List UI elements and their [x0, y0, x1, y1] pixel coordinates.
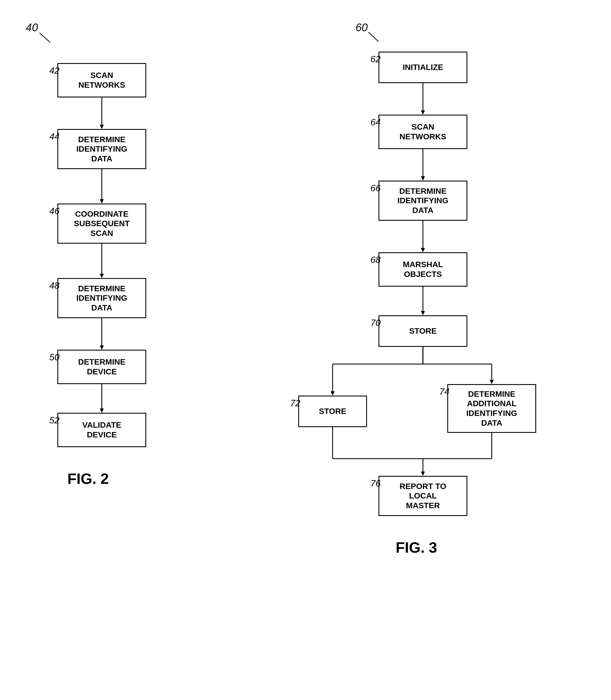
svg-marker-21 — [331, 391, 334, 396]
node-66-label: DETERMINE IDENTIFYING DATA — [398, 186, 448, 215]
node-64-label: SCAN NETWORKS — [399, 122, 446, 141]
node-46-label: COORDINATE SUBSEQUENT SCAN — [74, 209, 130, 238]
fig3-caption: FIG. 3 — [396, 539, 437, 556]
node-52: VALIDATE DEVICE — [57, 413, 146, 447]
node-44-label: DETERMINE IDENTIFYING DATA — [76, 135, 127, 164]
diagram-60-label: 60 — [356, 21, 368, 34]
diagram-40-label: 40 — [26, 21, 38, 34]
node-76-label: REPORT TO LOCAL MASTER — [400, 482, 446, 511]
node-68-label: MARSHAL OBJECTS — [403, 260, 443, 279]
node-74-num: 74 — [439, 386, 450, 397]
node-50-label: DETERMINE DEVICE — [78, 357, 125, 376]
node-48-label: DETERMINE IDENTIFYING DATA — [76, 284, 127, 313]
svg-line-32 — [40, 33, 50, 42]
node-76: REPORT TO LOCAL MASTER — [378, 476, 467, 516]
svg-marker-1 — [100, 125, 104, 129]
svg-marker-13 — [421, 176, 425, 181]
node-66-num: 66 — [370, 183, 381, 194]
node-42-label: SCAN NETWORKS — [78, 71, 125, 90]
node-48: DETERMINE IDENTIFYING DATA — [57, 278, 146, 318]
node-50: DETERMINE DEVICE — [57, 350, 146, 384]
node-70: STORE — [378, 315, 467, 347]
node-76-num: 76 — [370, 478, 381, 489]
svg-marker-7 — [100, 346, 104, 350]
svg-marker-25 — [490, 380, 494, 384]
node-70-label: STORE — [409, 326, 437, 336]
svg-marker-3 — [100, 199, 104, 203]
node-62-label: INITIALIZE — [403, 62, 443, 72]
node-70-num: 70 — [370, 318, 381, 328]
node-46-num: 46 — [49, 206, 60, 216]
node-68: MARSHAL OBJECTS — [378, 252, 467, 287]
svg-marker-15 — [421, 248, 425, 252]
node-62: INITIALIZE — [378, 51, 467, 83]
node-68-num: 68 — [370, 255, 381, 265]
node-74: DETERMINE ADDITIONAL IDENTIFYING DATA — [447, 384, 536, 433]
node-44-num: 44 — [49, 131, 60, 142]
node-42: SCAN NETWORKS — [57, 63, 146, 97]
node-48-num: 48 — [49, 280, 60, 291]
node-64: SCAN NETWORKS — [378, 115, 467, 149]
svg-marker-29 — [421, 472, 425, 476]
node-66: DETERMINE IDENTIFYING DATA — [378, 181, 467, 221]
node-46: COORDINATE SUBSEQUENT SCAN — [57, 203, 146, 244]
node-64-num: 64 — [370, 117, 381, 127]
svg-marker-11 — [421, 110, 425, 115]
node-50-num: 50 — [49, 352, 60, 363]
node-72-num: 72 — [290, 398, 300, 409]
node-52-num: 52 — [49, 415, 60, 426]
fig2-caption: FIG. 2 — [68, 470, 109, 487]
svg-marker-5 — [100, 274, 104, 278]
node-72-label: STORE — [319, 407, 346, 416]
svg-marker-9 — [100, 409, 104, 413]
node-44: DETERMINE IDENTIFYING DATA — [57, 129, 146, 169]
node-52-label: VALIDATE DEVICE — [82, 420, 121, 439]
node-74-label: DETERMINE ADDITIONAL IDENTIFYING DATA — [466, 389, 517, 428]
node-72: STORE — [298, 396, 367, 427]
node-42-num: 42 — [49, 65, 60, 76]
svg-line-33 — [369, 32, 378, 42]
svg-marker-17 — [421, 311, 425, 315]
node-62-num: 62 — [370, 54, 381, 64]
diagram-container: 40 SCAN NETWORKS 42 DETERMINE IDENTIFYIN… — [0, 0, 611, 700]
